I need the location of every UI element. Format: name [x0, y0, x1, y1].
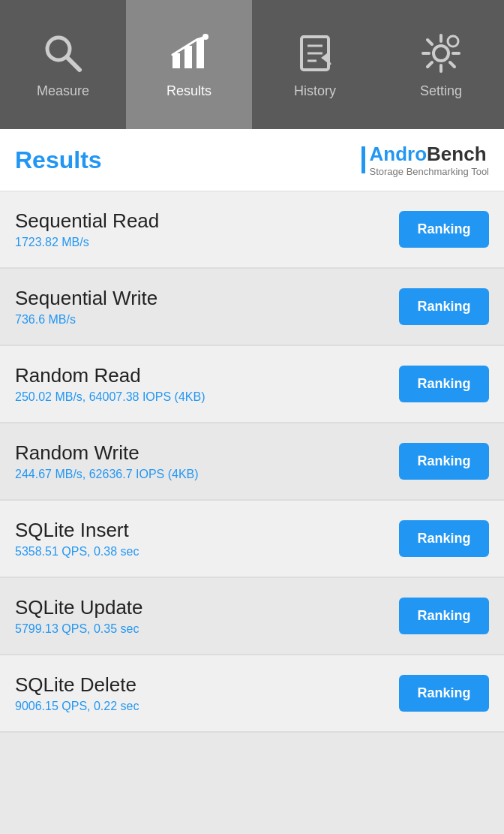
result-name: Sequential Read	[15, 209, 159, 233]
ranking-button[interactable]: Ranking	[399, 598, 489, 634]
results-label: Results	[166, 83, 212, 99]
ranking-button[interactable]: Ranking	[399, 520, 489, 557]
result-info: Sequential Write 736.6 MB/s	[15, 287, 158, 327]
result-info: Sequential Read 1723.82 MB/s	[15, 209, 159, 249]
svg-line-1	[67, 57, 80, 70]
nav-item-results[interactable]: Results	[126, 0, 252, 129]
results-list: Sequential Read 1723.82 MB/s Ranking Seq…	[0, 191, 504, 733]
brand-name-part2: Bench	[427, 143, 486, 165]
page-header: Results AndroBench Storage Benchmarking …	[0, 129, 504, 191]
nav-item-setting[interactable]: Setting	[378, 0, 504, 129]
brand-name-part1: Andro	[370, 143, 428, 165]
result-value: 5358.51 QPS, 0.38 sec	[15, 545, 139, 559]
result-info: SQLite Update 5799.13 QPS, 0.35 sec	[15, 596, 143, 636]
result-name: SQLite Update	[15, 596, 143, 619]
svg-line-19	[428, 62, 432, 67]
svg-point-20	[448, 36, 458, 47]
result-value: 9006.15 QPS, 0.22 sec	[15, 700, 139, 713]
nav-item-measure[interactable]: Measure	[0, 0, 126, 129]
ranking-button[interactable]: Ranking	[399, 211, 489, 248]
svg-point-11	[434, 46, 448, 61]
result-name: Random Read	[15, 364, 205, 387]
measure-label: Measure	[37, 83, 89, 99]
top-navigation: Measure Results History	[0, 0, 504, 129]
results-icon	[166, 31, 212, 76]
ranking-button[interactable]: Ranking	[399, 288, 489, 325]
history-label: History	[294, 83, 336, 99]
result-name: Random Write	[15, 441, 199, 465]
svg-line-16	[428, 40, 432, 44]
svg-rect-4	[196, 38, 204, 68]
setting-label: Setting	[420, 83, 462, 99]
result-row: SQLite Delete 9006.15 QPS, 0.22 sec Rank…	[0, 655, 504, 733]
brand-accent	[362, 146, 365, 173]
result-info: SQLite Insert 5358.51 QPS, 0.38 sec	[15, 519, 139, 559]
result-row: Random Write 244.67 MB/s, 62636.7 IOPS (…	[0, 423, 504, 501]
ranking-button[interactable]: Ranking	[399, 443, 489, 480]
result-name: SQLite Insert	[15, 519, 139, 542]
result-name: SQLite Delete	[15, 673, 139, 697]
svg-rect-2	[172, 53, 180, 68]
result-value: 250.02 MB/s, 64007.38 IOPS (4KB)	[15, 390, 205, 404]
result-row: SQLite Update 5799.13 QPS, 0.35 sec Rank…	[0, 578, 504, 655]
result-info: SQLite Delete 9006.15 QPS, 0.22 sec	[15, 673, 139, 713]
setting-icon	[418, 31, 464, 76]
nav-item-history[interactable]: History	[252, 0, 378, 129]
svg-point-5	[202, 34, 208, 40]
brand-logo: AndroBench Storage Benchmarking Tool	[370, 143, 489, 177]
brand-tagline: Storage Benchmarking Tool	[370, 166, 489, 177]
brand-bar: AndroBench Storage Benchmarking Tool	[362, 143, 489, 177]
result-row: Sequential Write 736.6 MB/s Ranking	[0, 269, 504, 346]
result-row: Sequential Read 1723.82 MB/s Ranking	[0, 191, 504, 269]
result-row: Random Read 250.02 MB/s, 64007.38 IOPS (…	[0, 346, 504, 423]
result-info: Random Write 244.67 MB/s, 62636.7 IOPS (…	[15, 441, 199, 481]
result-value: 244.67 MB/s, 62636.7 IOPS (4KB)	[15, 468, 199, 481]
svg-rect-3	[184, 46, 192, 68]
history-icon	[292, 31, 338, 76]
result-name: Sequential Write	[15, 287, 158, 310]
page-title: Results	[15, 146, 102, 174]
ranking-button[interactable]: Ranking	[399, 366, 489, 402]
result-value: 5799.13 QPS, 0.35 sec	[15, 622, 143, 636]
result-row: SQLite Insert 5358.51 QPS, 0.38 sec Rank…	[0, 501, 504, 578]
result-value: 736.6 MB/s	[15, 313, 158, 327]
result-value: 1723.82 MB/s	[15, 236, 159, 249]
measure-icon	[40, 31, 86, 76]
ranking-button[interactable]: Ranking	[399, 675, 489, 712]
svg-line-17	[450, 62, 454, 67]
result-info: Random Read 250.02 MB/s, 64007.38 IOPS (…	[15, 364, 205, 404]
brand-name: AndroBench	[370, 143, 487, 166]
